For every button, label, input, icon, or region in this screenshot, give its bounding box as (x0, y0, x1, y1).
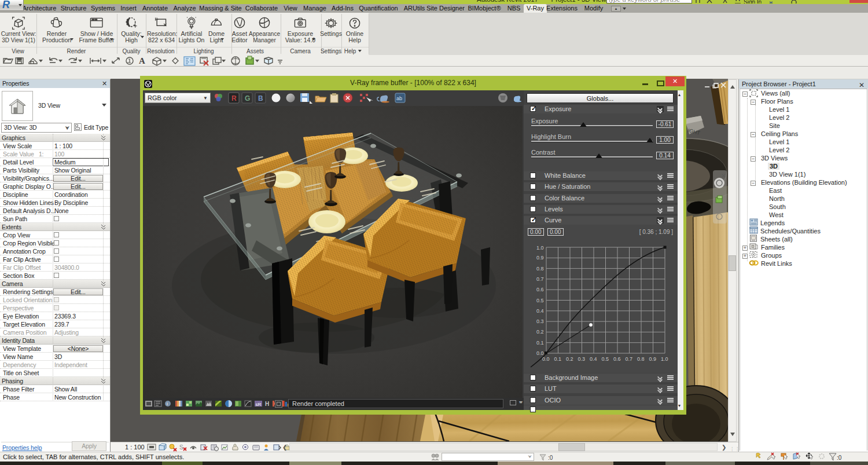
svg-text:0.3: 0.3 (536, 318, 544, 324)
svg-text:0.3: 0.3 (578, 356, 586, 362)
svg-text:0.5: 0.5 (602, 356, 609, 362)
svg-text:0.4: 0.4 (590, 356, 597, 362)
svg-text:sR: sR (256, 402, 262, 407)
svg-text:0.7: 0.7 (536, 276, 544, 282)
svg-text::0: :0 (548, 455, 553, 461)
svg-text:0.4: 0.4 (536, 308, 544, 314)
svg-text:0.7: 0.7 (626, 356, 633, 362)
svg-text:1.0: 1.0 (661, 356, 668, 362)
svg-text:0.9: 0.9 (649, 356, 657, 362)
svg-text:0.6: 0.6 (613, 356, 621, 362)
svg-text:ab: ab (396, 96, 402, 101)
svg-text:0.2: 0.2 (536, 329, 544, 335)
svg-text:0.8: 0.8 (637, 356, 645, 362)
svg-text:1.0: 1.0 (536, 246, 544, 251)
svg-text:0.9: 0.9 (536, 255, 544, 261)
svg-text::0: :0 (837, 455, 842, 461)
svg-text:0.1: 0.1 (536, 340, 544, 346)
svg-text:Sign In: Sign In (744, 0, 762, 3)
svg-text:G: G (245, 94, 250, 102)
svg-text:H: H (265, 401, 269, 407)
svg-text:0.1: 0.1 (554, 356, 562, 362)
svg-text:B: B (258, 94, 263, 102)
svg-text:0.0: 0.0 (536, 350, 544, 356)
svg-text:R: R (231, 94, 237, 102)
svg-text:i: i (167, 401, 168, 407)
svg-text:0.6: 0.6 (536, 287, 544, 292)
svg-text:0.2: 0.2 (566, 356, 573, 362)
svg-text:0.8: 0.8 (536, 266, 544, 272)
svg-text:A: A (139, 56, 145, 65)
svg-text:S: S (179, 444, 183, 451)
svg-text:0.5: 0.5 (536, 298, 544, 303)
